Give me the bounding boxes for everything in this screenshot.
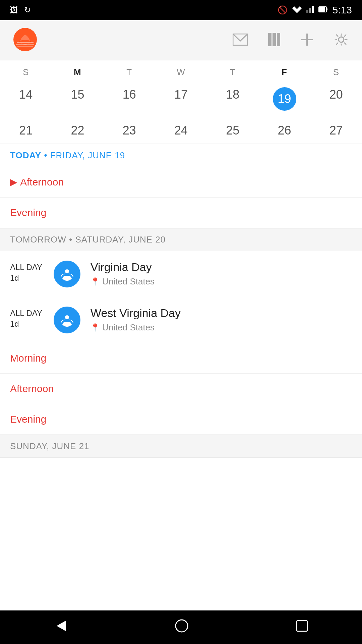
- svg-rect-1: [312, 6, 314, 13]
- settings-icon[interactable]: [334, 32, 349, 48]
- svg-rect-13: [268, 33, 272, 46]
- cal-day-25[interactable]: 25: [207, 123, 258, 138]
- svg-marker-0: [292, 6, 302, 13]
- event-1-pin-icon: 📍: [90, 277, 100, 286]
- event-1-icon: [54, 261, 80, 287]
- cal-day-26[interactable]: 26: [258, 123, 310, 138]
- cal-day-20[interactable]: 20: [310, 87, 362, 111]
- svg-point-19: [339, 37, 344, 42]
- event-1-title: Virginia Day: [90, 261, 155, 274]
- event-2-allday: ALL DAY: [10, 309, 42, 318]
- cal-day-22[interactable]: 22: [52, 123, 103, 138]
- add-icon[interactable]: [300, 33, 314, 48]
- day-label-sun: S: [0, 67, 52, 77]
- event-virginia-day[interactable]: ALL DAY 1d Virginia Day 📍 United States: [0, 251, 362, 297]
- evening-period: Evening: [0, 198, 362, 228]
- event-west-virginia-day[interactable]: ALL DAY 1d West Virginia Day 📍 United St…: [0, 297, 362, 343]
- event-1-duration: 1d: [10, 273, 19, 283]
- event-2-time: ALL DAY 1d: [10, 307, 54, 329]
- battery-icon: [318, 5, 328, 15]
- cal-day-17[interactable]: 17: [155, 87, 207, 111]
- evening2-label: Evening: [10, 414, 46, 425]
- event-2-details: West Virginia Day 📍 United States: [90, 307, 181, 333]
- calendar-days-header: S M T W T F S: [0, 60, 362, 81]
- cal-day-18[interactable]: 18: [207, 87, 258, 111]
- svg-rect-26: [297, 621, 307, 631]
- event-2-title: West Virginia Day: [90, 307, 181, 320]
- status-bar-right: 🚫 5:13: [278, 4, 352, 16]
- back-button[interactable]: [54, 619, 67, 636]
- morning-period: Morning: [0, 343, 362, 374]
- sunday-title: SUNDAY, JUNE 21: [10, 441, 89, 451]
- cal-day-21[interactable]: 21: [0, 123, 52, 138]
- svg-rect-2: [309, 8, 311, 13]
- app-logo[interactable]: [13, 28, 37, 53]
- evening2-period: Evening: [0, 404, 362, 435]
- afternoon2-label: Afternoon: [10, 383, 54, 394]
- day-label-fri: F: [258, 67, 310, 77]
- today-dot: •: [44, 150, 50, 160]
- bottom-nav: [0, 610, 362, 644]
- afternoon-label: Afternoon: [20, 176, 64, 188]
- day-label-tue: T: [104, 67, 155, 77]
- current-time-arrow: ▶: [10, 177, 17, 187]
- status-time: 5:13: [333, 4, 352, 16]
- recents-button[interactable]: [296, 620, 308, 635]
- svg-rect-14: [273, 33, 276, 46]
- event-2-location: 📍 United States: [90, 322, 181, 333]
- svg-point-23: [63, 324, 71, 327]
- tomorrow-section-header: TOMORROW • SATURDAY, JUNE 20: [0, 228, 362, 251]
- svg-rect-15: [277, 33, 280, 46]
- event-1-location-text: United States: [102, 276, 155, 287]
- event-2-pin-icon: 📍: [90, 323, 100, 332]
- svg-point-21: [63, 278, 71, 281]
- cal-day-14[interactable]: 14: [0, 87, 52, 111]
- svg-point-22: [65, 315, 69, 319]
- wifi-icon: [292, 5, 302, 15]
- sunday-section-header: SUNDAY, JUNE 21: [0, 435, 362, 458]
- top-bar: [0, 20, 362, 60]
- day-label-wed: W: [155, 67, 207, 77]
- evening-label: Evening: [10, 207, 46, 218]
- cal-day-24[interactable]: 24: [155, 123, 207, 138]
- svg-rect-6: [326, 8, 327, 10]
- event-2-duration: 1d: [10, 319, 19, 329]
- event-2-location-text: United States: [102, 322, 155, 333]
- mail-icon[interactable]: [233, 34, 248, 47]
- svg-rect-5: [319, 7, 324, 12]
- afternoon-period: ▶ Afternoon: [0, 167, 362, 198]
- event-1-location: 📍 United States: [90, 276, 155, 287]
- tomorrow-title: TOMORROW • SATURDAY, JUNE 20: [10, 234, 166, 245]
- calendar-week-2: 21 22 23 24 25 26 27: [0, 117, 362, 144]
- cal-day-19-today[interactable]: 19: [273, 87, 296, 111]
- cal-day-16[interactable]: 16: [104, 87, 155, 111]
- today-date: FRIDAY, JUNE 19: [50, 150, 125, 160]
- status-bar: 🖼 ↻ 🚫 5:13: [0, 0, 362, 20]
- today-title: TODAY • FRIDAY, JUNE 19: [10, 150, 125, 160]
- cal-day-27[interactable]: 27: [310, 123, 362, 138]
- today-label: TODAY: [10, 150, 41, 160]
- event-1-allday: ALL DAY: [10, 263, 42, 272]
- day-label-mon: M: [52, 67, 103, 77]
- status-bar-left: 🖼 ↻: [10, 5, 31, 15]
- svg-marker-24: [57, 621, 66, 631]
- home-button[interactable]: [175, 619, 188, 636]
- cal-day-23[interactable]: 23: [104, 123, 155, 138]
- refresh-icon: ↻: [24, 5, 31, 15]
- svg-rect-3: [306, 10, 308, 13]
- calendar-week-1: 14 15 16 17 18 19 20: [0, 81, 362, 117]
- svg-point-20: [65, 269, 69, 273]
- block-icon: 🚫: [278, 5, 288, 15]
- morning-label: Morning: [10, 353, 46, 364]
- event-1-details: Virginia Day 📍 United States: [90, 261, 155, 287]
- columns-icon[interactable]: [268, 33, 280, 48]
- svg-point-25: [176, 620, 188, 632]
- content-area: S M T W T F S 14 15 16 17 18 19 20 21 22…: [0, 60, 362, 610]
- afternoon2-period: Afternoon: [0, 374, 362, 404]
- cal-day-15[interactable]: 15: [52, 87, 103, 111]
- day-label-thu: T: [207, 67, 258, 77]
- svg-point-8: [19, 40, 31, 44]
- day-label-sat: S: [310, 67, 362, 77]
- image-icon: 🖼: [10, 5, 18, 15]
- toolbar-icons: [233, 32, 349, 48]
